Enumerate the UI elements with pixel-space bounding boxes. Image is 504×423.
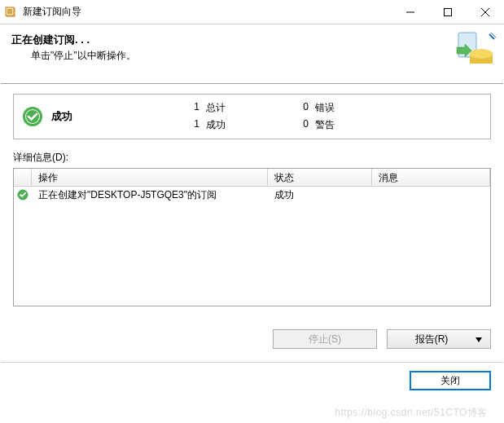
wizard-header: 正在创建订阅. . . 单击"停止"以中断操作。 [0,24,504,83]
total-label: 总计 [206,101,226,115]
error-label: 错误 [315,101,335,115]
status-stats: 1总计 1成功 0错误 0警告 [190,101,482,132]
row-status: 成功 [268,187,372,204]
status-summary: 成功 1总计 1成功 0错误 0警告 [13,94,491,139]
titlebar: 新建订阅向导 [0,0,504,24]
success-label: 成功 [206,118,226,132]
success-count: 1 [190,118,199,132]
row-action: 正在创建对"DESKTOP-J5TGQE3"的订阅 [32,187,268,204]
success-icon [22,106,43,127]
grid-header-action[interactable]: 操作 [32,169,268,186]
warning-label: 警告 [315,118,335,132]
grid-body: 正在创建对"DESKTOP-J5TGQE3"的订阅 成功 [14,187,490,203]
bottom-buttons: 关闭 [0,363,504,390]
details-label: 详细信息(D): [13,151,491,165]
chevron-down-icon [476,333,482,345]
page-title: 正在创建订阅. . . [11,33,493,47]
close-button[interactable]: 关闭 [410,371,491,390]
watermark-text: https://blog.csdn.net/51CTO博客 [335,406,488,420]
details-grid: 操作 状态 消息 正在创建对"DESKTOP-J5TGQE3"的订阅 成功 [13,168,491,306]
status-label: 成功 [51,109,190,124]
wizard-graphic-icon [454,29,496,72]
total-count: 1 [190,101,199,115]
grid-header: 操作 状态 消息 [14,169,490,187]
grid-header-icon-col [14,169,32,186]
row-status-icon [14,189,32,200]
close-window-button[interactable] [467,0,504,24]
warning-count: 0 [299,118,309,132]
grid-header-message[interactable]: 消息 [372,169,490,186]
svg-rect-6 [445,8,452,15]
window-controls [392,0,504,24]
error-count: 0 [299,101,309,115]
row-message [372,193,490,196]
window-title: 新建订阅向导 [23,5,392,19]
action-buttons: 停止(S) 报告(R) [0,316,504,362]
content-area: 成功 1总计 1成功 0错误 0警告 详细信息(D): 操作 状态 消息 [0,84,504,316]
table-row[interactable]: 正在创建对"DESKTOP-J5TGQE3"的订阅 成功 [14,187,490,203]
report-button[interactable]: 报告(R) [387,329,491,349]
svg-point-12 [470,49,493,59]
grid-header-status[interactable]: 状态 [268,169,372,186]
app-icon [0,6,23,19]
minimize-button[interactable] [392,0,429,24]
page-subtitle: 单击"停止"以中断操作。 [11,49,493,63]
report-button-label: 报告(R) [415,333,449,346]
maximize-button[interactable] [429,0,467,24]
stop-button: 停止(S) [273,329,377,349]
